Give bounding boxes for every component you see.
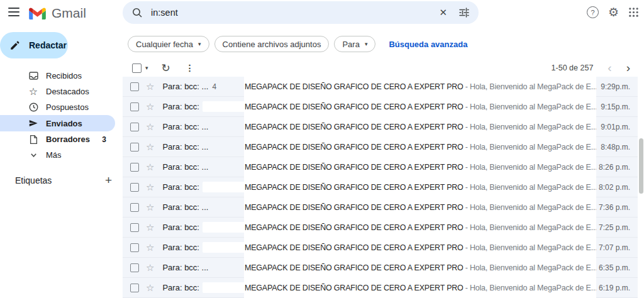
email-row[interactable]: ☆ Para: bcc: ... MEGAPACK DE DISEÑO GRAF…: [123, 197, 644, 218]
apps-grid-icon[interactable]: [628, 7, 639, 18]
advanced-search-link[interactable]: Búsqueda avanzada: [389, 40, 467, 49]
row-checkbox[interactable]: [130, 223, 139, 232]
email-row[interactable]: ☆ Para: bcc: MEGAPACK DE DISEÑO GRAFICO …: [123, 97, 644, 117]
labels-header: Etiquetas: [15, 175, 52, 185]
email-row-left: ☆ Para: bcc: ... 4: [123, 77, 244, 97]
star-icon[interactable]: ☆: [146, 102, 154, 111]
email-time: 8:02 p.m.: [596, 177, 638, 197]
star-icon[interactable]: ☆: [146, 223, 154, 232]
help-icon[interactable]: ?: [587, 6, 599, 18]
email-subject: MEGAPACK DE DISEÑO GRAFICO DE CERO A EXP…: [245, 203, 464, 212]
chip-adjuntos[interactable]: Contiene archivos adjuntos: [214, 36, 330, 52]
recipient-text: Para: bcc: ...: [162, 142, 208, 152]
email-snippet: - Hola, Bienvenido al MegaPack de E...: [465, 123, 596, 131]
row-checkbox[interactable]: [130, 243, 139, 252]
recipient-text: Para: bcc:: [162, 182, 199, 192]
compose-button[interactable]: Redactar: [0, 32, 68, 58]
settings-icon[interactable]: ⚙: [608, 6, 619, 18]
email-row[interactable]: ☆ Para: bcc: MEGAPACK DE DISEÑO GRAFICO …: [123, 278, 644, 298]
star-icon[interactable]: ☆: [146, 263, 154, 272]
sidebar-nav: Recibidos ☆ Destacados Pospuestos: [0, 68, 115, 163]
gmail-wordmark: Gmail: [52, 6, 86, 21]
star-icon[interactable]: ☆: [146, 283, 154, 292]
row-checkbox[interactable]: [130, 143, 139, 152]
email-row[interactable]: ☆ Para: bcc: ... MEGAPACK DE DISEÑO GRAF…: [123, 157, 644, 177]
email-subject: MEGAPACK DE DISEÑO GRAFICO DE CERO A EXP…: [245, 243, 464, 252]
select-dropdown-icon[interactable]: ▾: [145, 65, 148, 71]
email-time: 8:48p.m.: [596, 137, 638, 157]
clear-search-icon[interactable]: ✕: [439, 7, 447, 18]
chip-fecha[interactable]: Cualquier fecha ▾: [128, 36, 209, 52]
recipient-text: Para: bcc:: [162, 243, 199, 252]
select-all-checkbox[interactable]: [132, 63, 142, 73]
add-label-icon[interactable]: +: [105, 174, 112, 186]
scrollbar-thumb[interactable]: [639, 138, 643, 194]
chevron-down-icon: ▾: [365, 41, 368, 47]
email-snippet: - Hola, Bienvenido al MegaPack de E...: [465, 183, 596, 192]
email-row-left: ☆ Para: bcc:: [123, 238, 244, 258]
older-page-icon[interactable]: ›: [626, 63, 630, 72]
email-subject: MEGAPACK DE DISEÑO GRAFICO DE CERO A EXP…: [245, 284, 464, 292]
row-checkbox[interactable]: [130, 123, 139, 131]
chevron-down-icon: [27, 151, 40, 159]
refresh-icon[interactable]: ↻: [162, 63, 170, 74]
sidebar-item-recibidos[interactable]: Recibidos: [0, 68, 115, 84]
sidebar-item-destacados[interactable]: ☆ Destacados: [0, 84, 115, 99]
email-row-middle: MEGAPACK DE DISEÑO GRAFICO DE CERO A EXP…: [244, 258, 596, 278]
star-icon[interactable]: ☆: [146, 162, 154, 172]
search-icon[interactable]: [131, 7, 143, 18]
email-row[interactable]: ☆ Para: bcc: ... 4 MEGAPACK DE DISEÑO GR…: [123, 77, 644, 97]
main-menu-icon[interactable]: [8, 8, 21, 18]
search-bar: ✕: [123, 1, 479, 24]
row-checkbox[interactable]: [130, 82, 139, 91]
star-icon[interactable]: ☆: [146, 202, 154, 212]
gmail-m-icon: [29, 7, 46, 19]
sidebar-item-enviados[interactable]: Enviados: [0, 115, 115, 131]
star-icon[interactable]: ☆: [146, 122, 154, 131]
more-options-icon[interactable]: ⋮: [186, 63, 195, 73]
gmail-logo[interactable]: Gmail: [29, 6, 86, 21]
email-row[interactable]: ☆ Para: bcc: ... MEGAPACK DE DISEÑO GRAF…: [123, 137, 644, 157]
sidebar-item-borradores[interactable]: Borradores 3: [0, 131, 115, 147]
search-input[interactable]: [150, 7, 439, 18]
search-options-icon[interactable]: [458, 7, 470, 18]
row-checkbox[interactable]: [130, 183, 139, 192]
email-row[interactable]: ☆ Para: bcc: ... MEGAPACK DE DISEÑO GRAF…: [123, 258, 644, 278]
email-row-middle: MEGAPACK DE DISEÑO GRAFICO DE CERO A EXP…: [244, 97, 596, 117]
labels-section: Etiquetas +: [0, 174, 112, 186]
star-icon[interactable]: ☆: [146, 182, 154, 192]
redacted-recipient: [203, 101, 244, 112]
email-row[interactable]: ☆ Para: bcc: MEGAPACK DE DISEÑO GRAFICO …: [123, 218, 644, 238]
email-subject: MEGAPACK DE DISEÑO GRAFICO DE CERO A EXP…: [245, 102, 464, 111]
row-checkbox[interactable]: [130, 263, 139, 272]
email-list: ☆ Para: bcc: ... 4 MEGAPACK DE DISEÑO GR…: [123, 77, 644, 298]
chip-para[interactable]: Para ▾: [334, 36, 375, 52]
email-row-tail: [638, 278, 644, 298]
email-time: 9:29p.m.: [596, 77, 638, 97]
email-row[interactable]: ☆ Para: bcc: MEGAPACK DE DISEÑO GRAFICO …: [123, 238, 644, 258]
email-subject: MEGAPACK DE DISEÑO GRAFICO DE CERO A EXP…: [245, 183, 464, 192]
sidebar-item-mas[interactable]: Más: [0, 147, 115, 163]
email-time: 7:36 p.m.: [596, 197, 638, 218]
row-checkbox[interactable]: [130, 163, 139, 172]
email-row-tail: [638, 97, 644, 117]
email-snippet: - Hola, Bienvenido al MegaPack de E...: [465, 243, 596, 252]
star-icon[interactable]: ☆: [146, 243, 154, 252]
email-row[interactable]: ☆ Para: bcc: ... MEGAPACK DE DISEÑO GRAF…: [123, 117, 644, 137]
star-icon[interactable]: ☆: [146, 82, 154, 91]
newer-page-icon[interactable]: ‹: [608, 63, 611, 72]
thread-count: 4: [212, 82, 216, 91]
redacted-recipient: [203, 222, 244, 233]
star-icon[interactable]: ☆: [146, 142, 154, 152]
email-row-tail: [638, 117, 644, 137]
row-checkbox[interactable]: [130, 102, 139, 111]
email-time: 7:25 p.m.: [596, 218, 638, 238]
email-row[interactable]: ☆ Para: bcc: MEGAPACK DE DISEÑO GRAFICO …: [123, 177, 644, 197]
row-checkbox[interactable]: [130, 203, 139, 212]
email-snippet: - Hola, Bienvenido al MegaPack de E...: [465, 203, 596, 212]
email-row-left: ☆ Para: bcc:: [123, 97, 244, 117]
sidebar-item-pospuestos[interactable]: Pospuestos: [0, 99, 115, 115]
email-snippet: - Hola, Bienvenido al MegaPack de E...: [465, 82, 596, 91]
row-checkbox[interactable]: [130, 284, 139, 292]
email-row-middle: MEGAPACK DE DISEÑO GRAFICO DE CERO A EXP…: [244, 77, 596, 97]
